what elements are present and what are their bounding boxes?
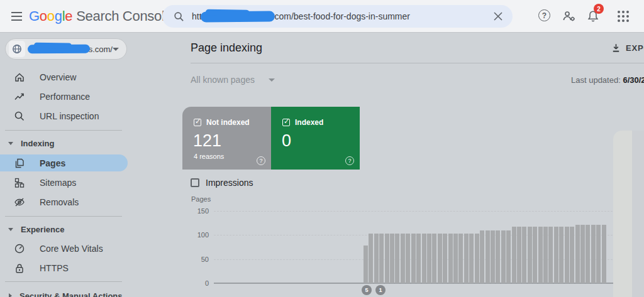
sidebar-item-overview[interactable]: Overview — [0, 68, 128, 87]
indexed-count: 0 — [282, 131, 360, 151]
sidebar-item-pages[interactable]: Pages — [0, 154, 128, 171]
bar — [379, 234, 384, 283]
bar — [390, 234, 394, 283]
bar — [565, 227, 569, 283]
bar — [475, 234, 479, 283]
sidebar-divider — [5, 130, 122, 131]
bar — [486, 230, 490, 283]
chevron-down-icon — [8, 228, 13, 231]
indexed-card[interactable]: Indexed 0 ? — [271, 107, 360, 170]
logo-letter: o — [47, 8, 55, 24]
bar — [453, 234, 458, 283]
bar — [443, 234, 447, 283]
chevron-down-icon — [269, 78, 275, 82]
home-icon — [14, 72, 25, 83]
sidebar-item-url-inspection[interactable]: URL inspection — [0, 107, 128, 126]
sidebar-item-label: Sitemaps — [40, 178, 76, 188]
property-selector[interactable]: s.com/ — [5, 38, 127, 60]
sidebar-item-https[interactable]: HTTPS — [0, 259, 128, 278]
redaction-scribble — [200, 11, 274, 22]
section-label: Experience — [21, 225, 64, 234]
section-header-security-manual-actions[interactable]: Security & Manual Actions — [0, 288, 128, 297]
app-logo[interactable]: GoogleSearch Console — [29, 8, 172, 24]
magnifier-icon — [14, 111, 25, 122]
window-edge-strip — [632, 131, 644, 297]
sidebar-item-core-web-vitals[interactable]: Core Web Vitals — [0, 239, 128, 258]
url-inspect-search-input[interactable]: htt .com/best-food-for-dogs-in-summer — [162, 5, 513, 28]
bar — [406, 234, 410, 283]
bar — [501, 230, 506, 283]
last-updated: Last updated: 6/30/2 — [571, 75, 644, 85]
checked-checkbox-icon[interactable] — [282, 119, 290, 126]
sidebar-item-sitemaps[interactable]: Sitemaps — [0, 173, 128, 192]
bar — [575, 225, 580, 283]
bar — [533, 227, 537, 283]
not-indexed-card[interactable]: Not indexed 121 4 reasons ? — [182, 107, 271, 170]
logo-product-name: Search Console — [76, 8, 172, 24]
close-icon[interactable] — [494, 12, 502, 21]
section-label: Indexing — [21, 139, 54, 148]
search-value-suffix: .com/best-food-for-dogs-in-summer — [272, 11, 410, 21]
eye-off-icon — [14, 197, 25, 208]
bar-series — [364, 211, 607, 283]
section-header-indexing[interactable]: Indexing — [0, 136, 128, 151]
sitemap-icon — [14, 177, 25, 188]
sidebar-item-label: Core Web Vitals — [40, 244, 103, 254]
bar — [480, 230, 484, 283]
bar — [591, 225, 596, 283]
section-header-experience[interactable]: Experience — [0, 222, 128, 237]
bar — [517, 227, 521, 283]
y-tick-50: 50 — [191, 256, 209, 263]
sidebar-item-label: Overview — [40, 72, 76, 82]
chart-event-marker[interactable]: 1 — [375, 285, 386, 295]
bar — [586, 225, 590, 283]
sidebar-item-label: URL inspection — [40, 111, 99, 121]
section-label: Security & Manual Actions — [19, 291, 123, 297]
bar — [512, 227, 516, 283]
impressions-checkbox[interactable]: Impressions — [191, 178, 253, 188]
not-indexed-count: 121 — [193, 131, 271, 151]
user-settings-icon[interactable] — [562, 9, 576, 23]
unchecked-checkbox-icon[interactable] — [191, 178, 199, 187]
sidebar-item-label: HTTPS — [40, 263, 69, 273]
y-tick-100: 100 — [191, 231, 209, 239]
last-updated-label: Last updated: — [571, 75, 623, 85]
impressions-label: Impressions — [206, 178, 253, 188]
bar — [374, 234, 379, 283]
bar — [469, 234, 474, 283]
trend-up-icon — [14, 91, 25, 102]
sidebar-item-removals[interactable]: Removals — [0, 193, 128, 212]
logo-letter: g — [55, 8, 62, 24]
help-icon[interactable]: ? — [538, 9, 550, 21]
bar — [458, 234, 463, 283]
card-label: Not indexed — [206, 118, 250, 127]
export-button-label: EXPORT — [626, 43, 644, 53]
property-domain: s.com/ — [89, 45, 113, 54]
sidebar-item-label: Performance — [40, 92, 90, 102]
chevron-down-icon — [8, 142, 13, 145]
bar — [411, 234, 416, 283]
bar — [401, 234, 405, 283]
page-filter-label: All known pages — [191, 75, 255, 85]
export-button[interactable]: EXPORT — [611, 43, 644, 53]
bar — [427, 234, 431, 283]
bar — [548, 227, 553, 283]
sidebar-divider — [5, 216, 122, 217]
help-icon[interactable]: ? — [345, 156, 354, 165]
apps-grid-icon[interactable] — [616, 9, 630, 23]
bar — [491, 230, 495, 283]
bar — [395, 234, 399, 283]
help-icon[interactable]: ? — [257, 156, 265, 165]
bar — [543, 227, 548, 283]
bar — [438, 234, 442, 283]
checked-checkbox-icon[interactable] — [194, 119, 201, 126]
logo-letter: o — [40, 8, 47, 24]
sidebar-item-performance[interactable]: Performance — [0, 87, 128, 106]
bar — [528, 227, 532, 283]
page-title: Page indexing — [191, 41, 262, 55]
menu-icon[interactable] — [11, 12, 22, 21]
notification-badge[interactable]: 2 — [594, 4, 604, 14]
globe-icon — [9, 41, 25, 57]
page-filter-dropdown[interactable]: All known pages — [191, 75, 275, 85]
chart-event-marker[interactable]: 5 — [362, 285, 372, 295]
